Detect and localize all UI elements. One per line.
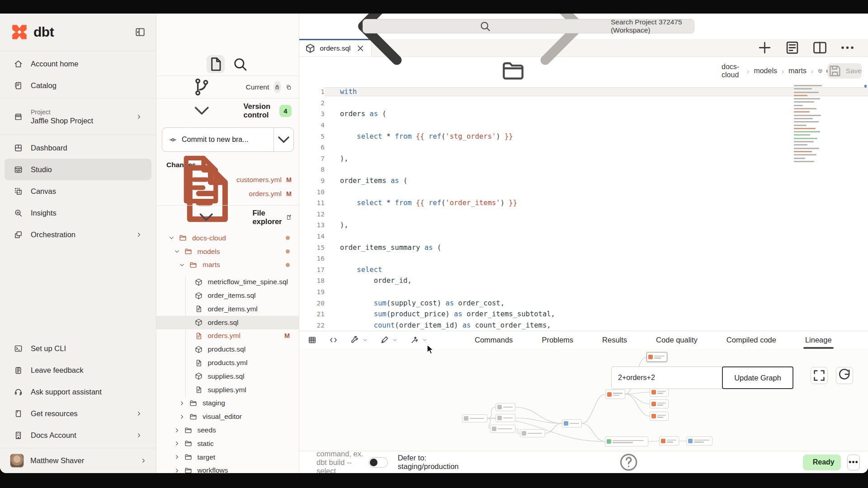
lineage-node-7[interactable] [462, 414, 487, 422]
lineage-refresh-button[interactable] [836, 367, 853, 384]
panel-tab-compiled-code[interactable]: Compiled code [712, 331, 791, 349]
tree-item-supplies-yml[interactable]: supplies.yml [156, 383, 299, 397]
sidebar-item-ask-support-assistant[interactable]: Ask support assistant [5, 381, 151, 403]
lineage-node-3[interactable] [650, 388, 669, 397]
sidebar-item-studio[interactable]: Studio [5, 159, 151, 180]
save-button[interactable]: Save [827, 63, 862, 79]
sidebar-item-docs-account[interactable]: Docs Account [5, 424, 151, 446]
tree-item-models[interactable]: models [156, 245, 299, 258]
node-label [657, 415, 667, 418]
files-view-button[interactable] [207, 55, 225, 73]
tree-item-order-items-sql[interactable]: order_items.sql [156, 289, 299, 302]
open-editors-icon[interactable] [783, 39, 801, 56]
tree-item-docs-cloud[interactable]: docs-cloud [156, 231, 299, 245]
panel-tab-results[interactable]: Results [588, 331, 642, 349]
defer-toggle[interactable] [368, 457, 388, 468]
chevron-down-icon[interactable] [392, 337, 398, 343]
table-icon[interactable] [307, 335, 317, 345]
tree-item-static[interactable]: static [156, 437, 299, 450]
tree-item-orders-yml[interactable]: orders.ymlM [156, 329, 299, 343]
breadcrumb-part[interactable]: models [754, 67, 777, 75]
ready-status-badge[interactable]: Ready [803, 455, 841, 470]
dashboard-icon [14, 143, 23, 153]
commit-dropdown-button[interactable] [274, 128, 293, 151]
chevron-down-icon[interactable] [422, 337, 428, 343]
paint-icon[interactable] [380, 335, 389, 345]
lineage-node-10[interactable] [520, 429, 545, 437]
branch-row: Current [156, 76, 299, 99]
tree-item-products-yml[interactable]: products.yml [156, 356, 299, 370]
code-editor[interactable]: 1with23orders as (45 select * from {{ re… [299, 85, 868, 331]
tree-item-target[interactable]: target [156, 450, 299, 464]
sidebar-item-catalog[interactable]: Catalog [5, 75, 151, 96]
tree-item-seeds[interactable]: seeds [156, 423, 299, 437]
sidebar-item-account-home[interactable]: Account home [5, 53, 151, 75]
status-more-button[interactable]: ••• [847, 455, 860, 470]
new-file-icon[interactable] [286, 213, 292, 222]
tree-item-metricflow-time-spine-sql[interactable]: metricflow_time_spine.sql [156, 275, 299, 289]
editor-scrollbar-thumb[interactable] [864, 85, 867, 88]
chevron-right-icon [136, 113, 142, 120]
modified-badge: M [286, 190, 292, 197]
copy-icon[interactable] [286, 82, 292, 92]
tree-item-order-items-yml[interactable]: order_items.yml [156, 302, 299, 316]
lineage-node-14[interactable] [686, 436, 712, 446]
node-label [528, 433, 543, 434]
panel-tab-code-quality[interactable]: Code quality [642, 331, 712, 349]
sidebar-item-set-up-cli[interactable]: Set up CLI [5, 338, 151, 359]
new-tab-icon[interactable] [756, 39, 774, 56]
sidebar-item-get-resources[interactable]: Get resources [5, 403, 151, 424]
breadcrumb-part[interactable]: docs-cloud [722, 63, 742, 79]
lineage-node-5[interactable] [650, 412, 669, 421]
sidebar-item-insights[interactable]: Insights [5, 202, 151, 224]
collapse-sidebar-icon[interactable] [134, 26, 146, 38]
model-icon [818, 67, 823, 75]
chevron-down-icon[interactable] [362, 337, 368, 343]
lineage-node-6[interactable] [495, 403, 515, 411]
search-icon [363, 19, 607, 33]
project-search-input[interactable]: Search Project 372475 (Workspace) [363, 19, 694, 33]
lineage-node-4[interactable] [650, 399, 669, 408]
sidebar-item-leave-feedback[interactable]: Leave feedback [5, 359, 151, 381]
lineage-node-13[interactable] [659, 436, 679, 446]
lineage-fullscreen-button[interactable] [811, 367, 828, 384]
split-editor-icon[interactable] [811, 39, 829, 56]
update-graph-button[interactable]: Update Graph [722, 366, 793, 389]
tree-item-name: target [198, 453, 216, 461]
tree-item-staging[interactable]: staging [156, 397, 299, 410]
branch-name[interactable]: Current [246, 83, 269, 91]
changed-file-orders-yml[interactable]: orders.ymlM [156, 187, 299, 201]
panel-tab-problems[interactable]: Problems [527, 331, 588, 349]
tree-item-marts[interactable]: marts [156, 258, 299, 272]
user-menu[interactable]: Matthew Shaver [0, 448, 156, 473]
panel-tab-lineage[interactable]: Lineage [791, 331, 846, 349]
sidebar-item-project[interactable]: ProjectJaffle Shop Project [5, 100, 151, 133]
chevron-down-icon [179, 262, 185, 268]
wand-icon[interactable] [410, 335, 419, 345]
code-icon[interactable] [329, 335, 338, 345]
lineage-node-1[interactable] [646, 352, 667, 362]
help-icon[interactable] [462, 451, 795, 473]
lineage-selector-input[interactable] [611, 366, 722, 389]
version-control-header[interactable]: Version control 4 [156, 99, 299, 123]
tree-item-visual-editor[interactable]: visual_editor [156, 410, 299, 423]
chevron-down-icon [168, 235, 175, 241]
sidebar-item-orchestration[interactable]: Orchestration [5, 224, 151, 245]
panel-tab-commands[interactable]: Commands [460, 331, 527, 349]
file-explorer-header[interactable]: File explorer [156, 205, 299, 229]
sidebar-item-canvas[interactable]: Canvas [5, 180, 151, 202]
wrench-icon[interactable] [350, 335, 359, 345]
search-files-button[interactable] [231, 55, 249, 73]
more-options-icon[interactable] [839, 39, 856, 56]
tree-item-workflows[interactable]: workflows [156, 464, 299, 473]
tree-item-orders-sql[interactable]: orders.sql [156, 316, 299, 329]
lineage-node-2[interactable] [605, 389, 625, 399]
tree-item-supplies-sql[interactable]: supplies.sql [156, 370, 299, 383]
lineage-node-11[interactable] [562, 419, 582, 427]
lineage-node-12[interactable] [605, 436, 648, 446]
lineage-node-9[interactable] [490, 425, 515, 433]
breadcrumb-part[interactable]: marts [788, 67, 807, 75]
tree-item-products-sql[interactable]: products.sql [156, 343, 299, 356]
sidebar-item-dashboard[interactable]: Dashboard [5, 137, 151, 159]
lineage-node-8[interactable] [495, 414, 515, 422]
